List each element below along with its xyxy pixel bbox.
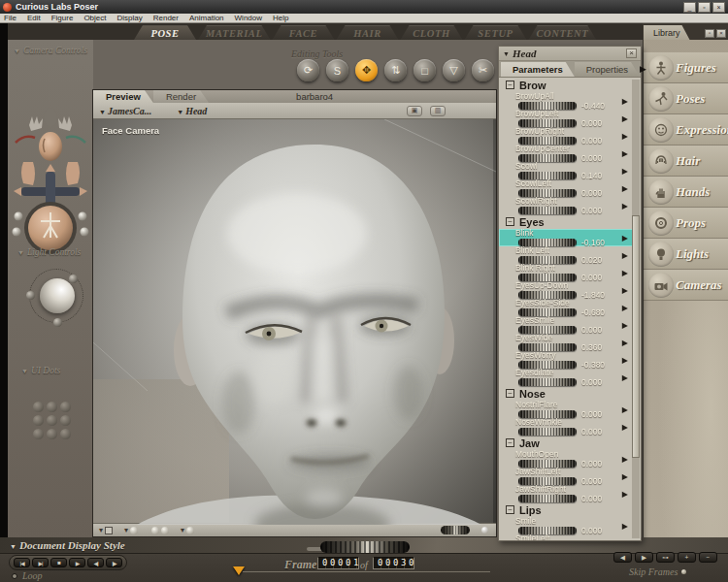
translate-pull-tool-icon[interactable]: ✥: [355, 59, 378, 81]
room-tab-face[interactable]: FACE: [272, 25, 334, 40]
document-display-style-header[interactable]: ▼Document Display Style: [10, 539, 125, 551]
twist-tool-icon[interactable]: S: [326, 59, 348, 81]
param-dial[interactable]: [518, 428, 577, 436]
scale-tool-icon[interactable]: □: [414, 59, 436, 81]
display-style-menu[interactable]: ▾: [99, 526, 113, 534]
ui-dot[interactable]: [33, 429, 44, 439]
tab-properties[interactable]: Properties: [575, 62, 640, 77]
frame-scrub-dial[interactable]: [320, 541, 410, 553]
param-value[interactable]: 0.000: [581, 459, 602, 469]
step-back-button[interactable]: ◀|: [87, 558, 104, 567]
skip-frames-toggle[interactable]: [681, 569, 686, 574]
ui-dots-header[interactable]: ▼UI Dots: [21, 366, 60, 375]
taper-tool-icon[interactable]: ▽: [443, 59, 465, 81]
chain-break-tool-icon[interactable]: ✂: [472, 59, 494, 81]
param-value[interactable]: 0.000: [581, 188, 602, 198]
menu-help[interactable]: Help: [273, 14, 288, 22]
light-knob[interactable]: [26, 291, 35, 300]
last-frame-button[interactable]: ▶|: [32, 558, 49, 567]
menu-render[interactable]: Render: [153, 14, 179, 22]
palette-scrollbar[interactable]: [632, 80, 640, 538]
actor-dropdown[interactable]: ▼JamesCa...: [99, 106, 151, 116]
tab-parameters[interactable]: Parameters: [501, 62, 575, 77]
palette-close-button[interactable]: ×: [626, 48, 637, 58]
viewport-3d[interactable]: Face Camera: [93, 119, 496, 525]
ui-dot[interactable]: [47, 415, 57, 426]
light-controls-header[interactable]: ▼Light Controls: [17, 247, 81, 257]
play-button[interactable]: ▶: [69, 558, 85, 567]
ui-dot[interactable]: [33, 402, 44, 412]
ui-dot[interactable]: [33, 415, 44, 426]
tab-render[interactable]: Render: [153, 90, 209, 103]
param-value[interactable]: -1.840: [581, 290, 605, 300]
ui-dot[interactable]: [60, 415, 71, 426]
library-close-button[interactable]: ×: [716, 29, 726, 38]
menu-display[interactable]: Display: [117, 14, 143, 22]
depth-cue-toggle[interactable]: [149, 527, 169, 534]
menu-file[interactable]: File: [4, 14, 17, 22]
menu-figure[interactable]: Figure: [51, 14, 74, 22]
room-tab-setup[interactable]: SETUP: [464, 25, 526, 40]
stop-button[interactable]: ■: [50, 558, 67, 567]
delete-keyframe-button[interactable]: −: [699, 552, 717, 563]
param-value[interactable]: 0.020: [581, 255, 602, 265]
translate-inout-tool-icon[interactable]: ⇅: [384, 59, 407, 81]
param-value[interactable]: -0.380: [581, 360, 605, 370]
param-value[interactable]: 0.000: [581, 409, 602, 419]
collapse-box-icon[interactable]: −: [506, 81, 514, 89]
param-value[interactable]: 0.000: [581, 136, 602, 146]
param-value[interactable]: 0.000: [581, 153, 602, 163]
param-value[interactable]: 0.000: [581, 494, 602, 503]
param-value[interactable]: 0.000: [581, 427, 602, 436]
palette-scrollbar-thumb[interactable]: [632, 215, 640, 458]
step-forward-button[interactable]: |▶: [106, 558, 122, 567]
camera-controls-header[interactable]: ▼Camera Controls: [14, 46, 87, 55]
param-dial[interactable]: [518, 495, 577, 502]
tab-preview[interactable]: Preview: [93, 90, 153, 103]
edit-keyframes-button[interactable]: ⊶: [656, 552, 675, 563]
param-value[interactable]: 0.000: [581, 476, 602, 486]
collapse-box-icon[interactable]: −: [506, 389, 514, 398]
current-frame-counter[interactable]: 00001: [317, 557, 359, 569]
collapse-box-icon[interactable]: −: [506, 505, 514, 514]
ui-dot[interactable]: [47, 429, 57, 439]
prev-keyframe-button[interactable]: ◀: [613, 552, 632, 563]
tracking-ball-icon[interactable]: [481, 527, 488, 534]
param-value[interactable]: 0.000: [581, 273, 602, 282]
room-tab-cloth[interactable]: CLOTH: [400, 25, 462, 40]
rotate-tool-icon[interactable]: ⟳: [297, 59, 319, 81]
library-item-poses[interactable]: Poses: [644, 83, 728, 114]
light-ball[interactable]: [40, 278, 75, 313]
library-tab[interactable]: Library: [644, 25, 690, 40]
loop-radio[interactable]: [12, 573, 17, 579]
add-keyframe-button[interactable]: +: [678, 552, 696, 563]
param-value[interactable]: 0.000: [581, 526, 602, 535]
layers-icon[interactable]: ▥: [430, 106, 446, 116]
menu-object[interactable]: Object: [83, 14, 106, 22]
library-item-hands[interactable]: Hands: [644, 177, 728, 208]
param-value[interactable]: 0.000: [581, 118, 602, 128]
menu-animation[interactable]: Animation: [189, 14, 224, 22]
shadow-toggle[interactable]: ▾: [181, 526, 194, 534]
library-minimize-button[interactable]: ▫: [705, 29, 714, 38]
library-item-lights[interactable]: Lights: [644, 239, 728, 270]
param-dial[interactable]: [518, 378, 577, 386]
ui-dot[interactable]: [60, 429, 71, 439]
param-value[interactable]: 0.360: [581, 342, 602, 352]
element-dropdown[interactable]: ▼Head: [177, 106, 207, 116]
library-item-figures[interactable]: Figures: [644, 52, 728, 83]
param-value[interactable]: 0.000: [581, 206, 602, 215]
ui-dot[interactable]: [47, 402, 57, 412]
palette-menu-arrow-icon[interactable]: ▶: [640, 64, 646, 74]
maximize-button[interactable]: ▫: [698, 2, 711, 13]
display-tracking-dial[interactable]: [441, 526, 470, 534]
room-tab-pose[interactable]: POSE: [134, 25, 196, 40]
ui-dot[interactable]: [60, 402, 71, 412]
minimize-button[interactable]: _: [683, 2, 696, 13]
tracking-mode-menu[interactable]: ▾: [124, 526, 138, 534]
param-value[interactable]: 0.140: [581, 171, 602, 180]
timeline-track[interactable]: [243, 571, 490, 572]
light-knob[interactable]: [53, 318, 62, 327]
light-knob[interactable]: [69, 275, 78, 283]
head-render[interactable]: [93, 119, 496, 525]
